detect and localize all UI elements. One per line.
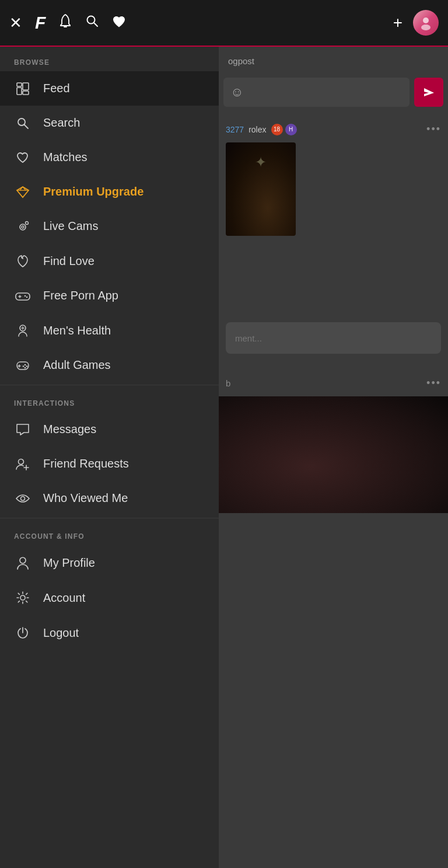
account-label: Account <box>43 591 85 605</box>
svg-point-4 <box>421 25 430 30</box>
content-area: ogpost ☺ 3277 rolex 18 H ••• <box>219 47 448 868</box>
main-container: BROWSE Feed Search <box>0 47 448 868</box>
diamond-icon <box>14 186 32 198</box>
health-icon <box>14 323 32 337</box>
svg-point-30 <box>23 365 24 367</box>
comment-input[interactable]: ment... <box>226 322 441 354</box>
eye-icon <box>14 493 32 504</box>
logo-icon[interactable]: F <box>35 13 46 33</box>
text-input-box: ☺ <box>223 78 410 107</box>
sidebar-item-freeporn[interactable]: Free Porn App <box>0 278 219 313</box>
search-icon[interactable] <box>85 14 99 32</box>
post-username: rolex <box>249 125 266 134</box>
favorites-icon[interactable] <box>112 14 126 32</box>
sidebar-item-friendrequests[interactable]: Friend Requests <box>0 447 219 481</box>
post-header-1: 3277 rolex 18 H ••• <box>219 116 448 140</box>
sidebar-item-adultgames[interactable]: Adult Games <box>0 348 219 382</box>
post2-header: b ••• <box>219 370 448 396</box>
search-menu-icon <box>14 117 32 130</box>
post-card-1: 3277 rolex 18 H ••• ✦ <box>219 116 448 236</box>
sidebar-item-whoviewedme[interactable]: Who Viewed Me <box>0 481 219 515</box>
matches-label: Matches <box>43 151 88 164</box>
sidebar-item-livecams[interactable]: Live Cams <box>0 209 219 243</box>
sidebar: BROWSE Feed Search <box>0 47 219 868</box>
svg-rect-18 <box>16 293 30 300</box>
svg-point-28 <box>24 364 26 365</box>
svg-point-17 <box>26 221 29 224</box>
messages-label: Messages <box>43 423 96 436</box>
sidebar-item-matches[interactable]: Matches <box>0 140 219 175</box>
post-image-sparkle: ✦ <box>255 154 267 170</box>
divider-2 <box>0 518 219 518</box>
logout-label: Logout <box>43 626 79 640</box>
add-icon[interactable]: + <box>393 13 402 32</box>
svg-point-36 <box>20 557 26 563</box>
feed-label: Feed <box>43 82 70 95</box>
svg-rect-5 <box>17 83 22 86</box>
svg-rect-6 <box>17 88 22 95</box>
badge-orange: 18 <box>271 124 283 135</box>
svg-point-3 <box>423 18 429 23</box>
premium-label: Premium Upgrade <box>43 185 144 198</box>
person-icon <box>14 556 32 570</box>
blogpost-header: ogpost <box>219 47 448 73</box>
matches-icon <box>14 152 32 163</box>
sidebar-item-search[interactable]: Search <box>0 106 219 140</box>
svg-line-10 <box>24 124 29 128</box>
post2-more-options[interactable]: ••• <box>426 377 441 389</box>
notification-icon[interactable] <box>58 13 72 32</box>
gamepad-icon <box>14 291 32 301</box>
sidebar-item-messages[interactable]: Messages <box>0 412 219 447</box>
sidebar-item-logout[interactable]: Logout <box>0 615 219 650</box>
badge-purple: H <box>285 124 297 135</box>
chat-icon <box>14 423 32 436</box>
account-section-label: ACCOUNT & INFO <box>0 521 219 545</box>
comment-area: ment... <box>219 315 448 361</box>
header-left-icons: ✕ F <box>9 13 126 33</box>
browse-section-label: BROWSE <box>0 47 219 71</box>
blogpost-label: ogpost <box>228 56 254 66</box>
svg-point-29 <box>26 365 28 367</box>
sidebar-item-account[interactable]: Account <box>0 580 219 615</box>
svg-point-16 <box>22 226 24 228</box>
emoji-button[interactable]: ☺ <box>230 85 243 100</box>
svg-point-22 <box>26 296 27 297</box>
sidebar-item-menshealth[interactable]: Men's Health <box>0 313 219 348</box>
svg-point-31 <box>24 367 26 368</box>
sidebar-item-findlove[interactable]: Find Love <box>0 243 219 278</box>
sidebar-item-feed[interactable]: Feed <box>0 71 219 106</box>
svg-line-2 <box>94 23 97 26</box>
post-image-1: ✦ <box>226 142 296 236</box>
post-more-options[interactable]: ••• <box>426 123 441 135</box>
whoviewedme-label: Who Viewed Me <box>43 491 128 505</box>
avatar[interactable] <box>413 10 439 36</box>
gear-icon <box>14 591 32 605</box>
svg-marker-11 <box>17 187 29 197</box>
content-mid <box>219 240 448 311</box>
post-badges: 18 H <box>271 124 297 135</box>
post-card-2: b ••• <box>219 370 448 513</box>
freeporn-label: Free Porn App <box>43 289 118 302</box>
sidebar-item-myprofile[interactable]: My Profile <box>0 545 219 580</box>
post2-user: b <box>226 378 230 388</box>
feed-icon <box>14 82 32 95</box>
findlove-label: Find Love <box>43 255 94 268</box>
post2-image <box>219 396 448 513</box>
svg-point-32 <box>19 459 24 464</box>
divider-1 <box>0 385 219 385</box>
text-input-row: ☺ <box>219 73 448 111</box>
adduser-icon <box>14 458 32 470</box>
svg-point-35 <box>21 496 25 500</box>
sidebar-item-premium[interactable]: Premium Upgrade <box>0 175 219 209</box>
livecams-label: Live Cams <box>43 219 98 233</box>
controller-icon <box>14 360 32 371</box>
send-button[interactable] <box>414 78 443 107</box>
search-label: Search <box>43 116 80 130</box>
post2-image-inner <box>219 396 448 513</box>
post-image-inner: ✦ <box>226 142 296 236</box>
svg-rect-7 <box>23 83 29 90</box>
svg-rect-8 <box>23 91 29 95</box>
comment-placeholder: ment... <box>235 333 262 343</box>
power-icon <box>14 626 32 640</box>
close-icon[interactable]: ✕ <box>9 14 22 32</box>
